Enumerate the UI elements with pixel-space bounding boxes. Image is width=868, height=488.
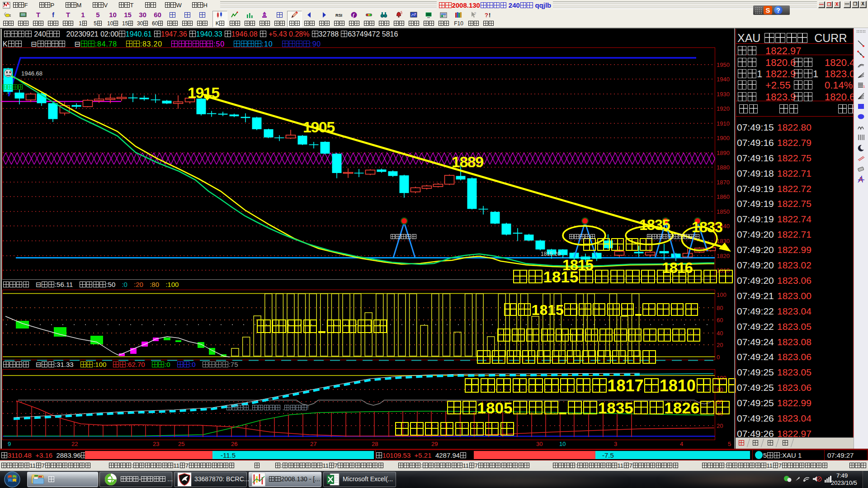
- svg-text:1: 1: [863, 84, 865, 89]
